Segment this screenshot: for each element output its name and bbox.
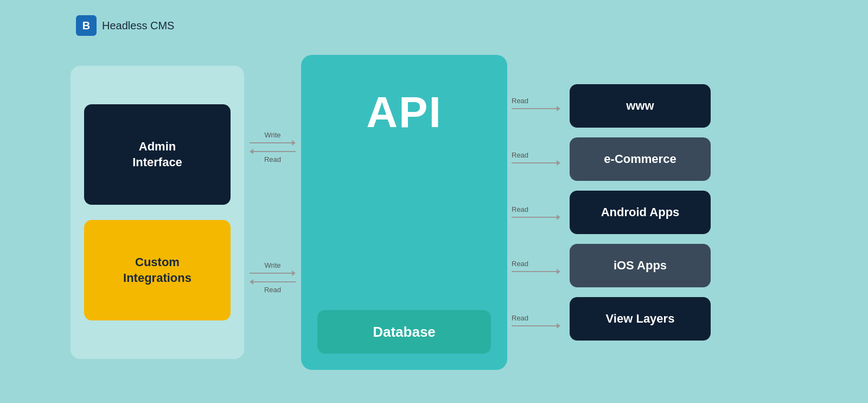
arrow-group-admin: Write Read [248, 131, 297, 163]
left-arrows: Write Read Write [244, 82, 301, 343]
output-ecommerce-label: e-Commerce [604, 152, 676, 166]
output-ios-box: iOS Apps [570, 244, 711, 287]
output-android-label: Android Apps [601, 205, 680, 219]
custom-integrations-box: CustomIntegrations [84, 220, 231, 320]
read-arrow-www: Read [512, 97, 565, 111]
admin-interface-label: AdminInterface [132, 139, 182, 170]
read-arrow-view-layers: Read [512, 314, 565, 329]
output-ios-label: iOS Apps [614, 259, 667, 273]
read-arrow-ios: Read [512, 260, 565, 274]
read-arrow-ecommerce: Read [512, 151, 565, 166]
write-label-bottom: Write [264, 261, 280, 269]
brand-name: Headless CMS [102, 20, 174, 32]
output-ecommerce-box: e-Commerce [570, 137, 711, 181]
custom-integrations-label: CustomIntegrations [123, 255, 192, 286]
read-label-top: Read [264, 155, 281, 163]
output-view-layers-box: View Layers [570, 297, 711, 341]
header: B Headless CMS [76, 15, 174, 36]
left-section: AdminInterface CustomIntegrations [71, 66, 244, 359]
read-arrow-android: Read [512, 205, 565, 220]
write-label-top: Write [264, 131, 280, 139]
output-www-label: www [626, 99, 654, 113]
right-output-section: www e-Commerce Android Apps iOS Apps Vie… [570, 66, 711, 359]
brand-icon: B [76, 15, 97, 36]
api-section: API Database [301, 55, 507, 370]
output-android-box: Android Apps [570, 191, 711, 234]
right-arrows: Read Read Read Read [507, 77, 570, 348]
arrow-group-custom: Write Read [248, 261, 297, 294]
database-box: Database [317, 310, 491, 354]
admin-interface-box: AdminInterface [84, 104, 231, 205]
output-view-layers-label: View Layers [606, 312, 675, 326]
read-label-bottom: Read [264, 286, 281, 294]
api-title: API [366, 87, 442, 137]
output-www-box: www [570, 84, 711, 128]
